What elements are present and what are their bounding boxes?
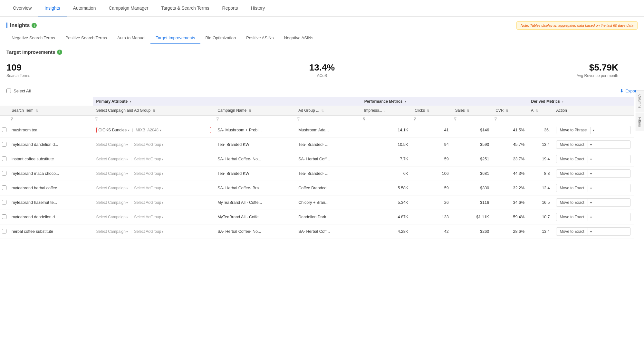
sort-a-icon[interactable] [535, 109, 538, 112]
th-cvr[interactable]: CVR [492, 106, 528, 116]
row-checkbox-4[interactable] [2, 185, 6, 190]
filter-search-term-icon[interactable]: ⊽ [10, 117, 13, 121]
filters-tab[interactable]: Filters [636, 113, 644, 131]
action-button-wrap[interactable]: Move to Exact▾ [556, 169, 630, 178]
action-button-exact[interactable]: Move to Exact [556, 199, 587, 206]
action-cell[interactable]: Move to Exact▾ [553, 137, 634, 152]
row-checkbox-0[interactable] [2, 128, 6, 132]
filter-ad-group-icon[interactable]: ⊽ [297, 117, 300, 121]
filter-cvr-icon[interactable]: ⊽ [494, 117, 497, 121]
tab-positive-search-terms[interactable]: Positive Search Terms [60, 32, 112, 44]
action-button-exact[interactable]: Move to Exact [556, 184, 587, 192]
campaign-select-wrap[interactable]: Select Campaign ▾ | Select AdGroup ▾ [96, 200, 211, 205]
campaign-select-wrap[interactable]: Select Campaign ▾ | Select AdGroup ▾ [96, 229, 211, 234]
action-chevron-icon[interactable]: ▾ [588, 199, 594, 206]
sort-search-term-icon[interactable] [35, 109, 38, 112]
action-cell[interactable]: Move to Phrase▾ [553, 123, 634, 137]
adgroup-dropdown-icon[interactable]: ▾ [162, 201, 163, 204]
filter-impressions-icon[interactable]: ⊽ [363, 117, 366, 121]
campaign-dropdown-icon[interactable]: ▾ [126, 172, 128, 175]
sort-campaign-name-icon[interactable] [249, 109, 251, 112]
action-cell[interactable]: Move to Exact▾ [553, 224, 634, 239]
campaign-dropdown-icon[interactable]: ▾ [126, 201, 128, 204]
action-chevron-icon[interactable]: ▾ [588, 214, 594, 221]
sort-impressions-icon[interactable] [384, 109, 386, 112]
adgroup-chevron-icon[interactable]: ▾ [160, 128, 161, 132]
th-a[interactable]: A [528, 106, 553, 116]
nav-history[interactable]: History [245, 0, 272, 16]
tab-bid-optimization[interactable]: Bid Optimization [200, 32, 241, 44]
filter-sales-icon[interactable]: ⊽ [454, 117, 457, 121]
action-chevron-icon[interactable]: ▾ [590, 127, 597, 134]
row-checkbox-7[interactable] [2, 229, 6, 233]
action-button-exact[interactable]: Move to Exact [556, 155, 587, 163]
action-button-phrase[interactable]: Move to Phrase [556, 126, 590, 134]
nav-overview[interactable]: Overview [6, 0, 38, 16]
campaign-adgroup-cell[interactable]: Select Campaign ▾ | Select AdGroup ▾ [93, 210, 215, 224]
filter-campaign-name-icon[interactable]: ⊽ [216, 117, 219, 121]
select-all-checkbox[interactable] [6, 89, 11, 93]
campaign-select-wrap[interactable]: Select Campaign ▾ | Select AdGroup ▾ [96, 186, 211, 190]
action-button-wrap[interactable]: Move to Exact▾ [556, 155, 630, 163]
th-impressions[interactable]: Impressi... [361, 106, 411, 116]
campaign-dropdown-icon[interactable]: ▾ [126, 143, 128, 147]
action-button-exact[interactable]: Move to Exact [556, 141, 587, 148]
action-button-wrap[interactable]: Move to Exact▾ [556, 198, 630, 207]
action-cell[interactable]: Move to Exact▾ [553, 210, 634, 224]
filter-clicks-icon[interactable]: ⊽ [413, 117, 416, 121]
campaign-adgroup-cell[interactable]: Select Campaign ▾ | Select AdGroup ▾ [93, 181, 215, 195]
action-button-wrap[interactable]: Move to Exact▾ [556, 227, 630, 236]
row-checkbox-6[interactable] [2, 214, 6, 219]
adgroup-dropdown-icon[interactable]: ▾ [162, 230, 163, 233]
action-cell[interactable]: Move to Exact▾ [553, 152, 634, 166]
campaign-adgroup-cell[interactable]: Select Campaign ▾ | Select AdGroup ▾ [93, 195, 215, 210]
nav-reports[interactable]: Reports [216, 0, 245, 16]
nav-automation[interactable]: Automation [67, 0, 102, 16]
sort-cvr-icon[interactable] [506, 109, 508, 112]
action-chevron-icon[interactable]: ▾ [588, 156, 594, 163]
th-sales[interactable]: Sales [452, 106, 493, 116]
campaign-adgroup-cell[interactable]: Select Campaign ▾ | Select AdGroup ▾ [93, 137, 215, 152]
action-cell[interactable]: Move to Exact▾ [553, 181, 634, 195]
campaign-adgroup-cell[interactable]: Select Campaign ▾ | Select AdGroup ▾ [93, 224, 215, 239]
action-cell[interactable]: Move to Exact▾ [553, 195, 634, 210]
adgroup-dropdown-icon[interactable]: ▾ [162, 172, 163, 175]
highlighted-campaign-select[interactable]: CIOKS Bundles ▾ | MIXB_A2048 ▾ [96, 127, 211, 133]
action-button-wrap[interactable]: Move to Exact▾ [556, 184, 630, 192]
row-checkbox-3[interactable] [2, 171, 6, 175]
campaign-dropdown-icon[interactable]: ▾ [126, 186, 128, 190]
action-button-wrap[interactable]: Move to Phrase▾ [556, 126, 630, 134]
row-checkbox-5[interactable] [2, 200, 6, 204]
action-button-wrap[interactable]: Move to Exact▾ [556, 140, 630, 149]
th-campaign-name[interactable]: Campaign Name [214, 106, 295, 116]
campaign-adgroup-cell[interactable]: Select Campaign ▾ | Select AdGroup ▾ [93, 152, 215, 166]
nav-campaign-manager[interactable]: Campaign Manager [102, 0, 155, 16]
campaign-select-wrap[interactable]: Select Campaign ▾ | Select AdGroup ▾ [96, 171, 211, 176]
campaign-select-wrap[interactable]: Select Campaign ▾ | Select AdGroup ▾ [96, 142, 211, 147]
campaign-adgroup-cell[interactable]: CIOKS Bundles ▾ | MIXB_A2048 ▾ [93, 123, 215, 137]
row-checkbox-1[interactable] [2, 142, 6, 147]
tab-negative-asins[interactable]: Negative ASINs [279, 32, 318, 44]
action-button-wrap[interactable]: Move to Exact▾ [556, 213, 630, 221]
campaign-chevron-icon[interactable]: ▾ [128, 128, 130, 132]
th-select-campaign[interactable]: Select Campaign and Ad Group [93, 106, 215, 116]
action-button-exact[interactable]: Move to Exact [556, 213, 587, 221]
section-info-icon[interactable]: i [57, 50, 62, 55]
th-ad-group[interactable]: Ad Group ... [295, 106, 361, 116]
campaign-dropdown-icon[interactable]: ▾ [126, 215, 128, 219]
tab-positive-asins[interactable]: Positive ASINs [241, 32, 279, 44]
action-cell[interactable]: Move to Exact▾ [553, 166, 634, 181]
export-button[interactable]: ⬇ Export [620, 88, 638, 93]
action-button-exact[interactable]: Move to Exact [556, 228, 587, 235]
adgroup-dropdown-icon[interactable]: ▾ [162, 143, 163, 147]
campaign-dropdown-icon[interactable]: ▾ [126, 157, 128, 161]
adgroup-dropdown-icon[interactable]: ▾ [162, 215, 163, 219]
action-button-exact[interactable]: Move to Exact [556, 170, 587, 177]
tab-target-improvements[interactable]: Target Improvements [150, 32, 200, 44]
tab-auto-to-manual[interactable]: Auto to Manual [112, 32, 150, 44]
th-clicks[interactable]: Clicks [411, 106, 452, 116]
campaign-select-wrap[interactable]: Select Campaign ▾ | Select AdGroup ▾ [96, 157, 211, 161]
adgroup-dropdown-icon[interactable]: ▾ [162, 157, 163, 161]
insights-info-icon[interactable]: i [32, 23, 37, 28]
columns-tab[interactable]: Columns [636, 90, 644, 112]
